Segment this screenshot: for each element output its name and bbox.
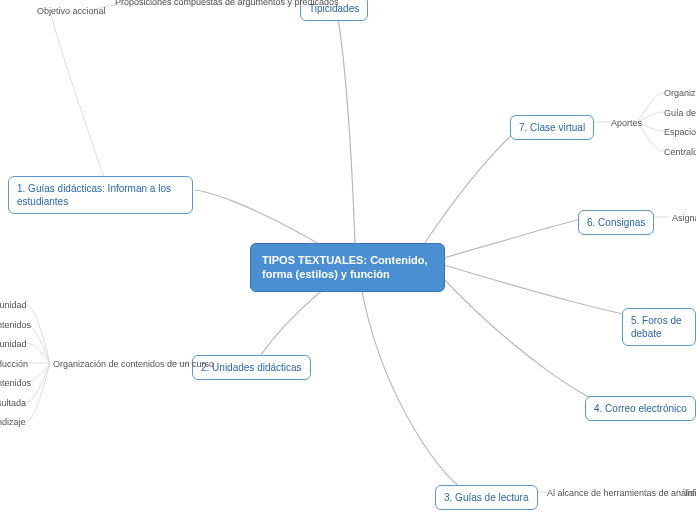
central-topic[interactable]: TIPOS TEXTUALES: Contenido, forma (estil… — [250, 243, 445, 292]
leaf-partial-7[interactable]: endizaje — [0, 417, 26, 427]
leaf-partial-6[interactable]: nsultada — [0, 398, 26, 408]
branch-label: 1. Guías didácticas: Informan a los estu… — [17, 183, 171, 207]
branch-label: 7. Clase virtual — [519, 122, 585, 133]
branch-label: 2. Unidades didácticas — [201, 362, 302, 373]
leaf-partial-5[interactable]: ontenidos — [0, 378, 31, 388]
branch-label: 3. Guías de lectura — [444, 492, 529, 503]
central-label: TIPOS TEXTUALES: Contenido, forma (estil… — [262, 254, 428, 280]
branch-label: 6. Consignas — [587, 217, 645, 228]
branch-guias-didacticas[interactable]: 1. Guías didácticas: Informan a los estu… — [8, 176, 193, 214]
leaf-partial-1[interactable]: a unidad — [0, 300, 27, 310]
branch-foros[interactable]: 5. Foros de debate — [622, 308, 696, 346]
leaf-alcance[interactable]: Al alcance de herramientas de análisis — [547, 488, 696, 498]
leaf-espacio[interactable]: Espacio de — [664, 127, 696, 137]
branch-consignas[interactable]: 6. Consignas — [578, 210, 654, 235]
leaf-aportes[interactable]: Aportes — [611, 118, 642, 128]
leaf-objetivo-accional[interactable]: Objetivo accional — [37, 6, 106, 16]
leaf-partial-4[interactable]: oducción — [0, 359, 28, 369]
branch-label: 5. Foros de debate — [631, 315, 682, 339]
leaf-partial-3[interactable]: a unidad — [0, 339, 27, 349]
leaf-proposiciones[interactable]: Proposiciones compuestas de argumentos y… — [115, 0, 339, 7]
branch-label: 4. Correo electrónico — [594, 403, 687, 414]
leaf-guia-lec[interactable]: Guía de lec — [664, 108, 696, 118]
leaf-organizacion[interactable]: Organización de contenidos de un curso — [53, 359, 214, 369]
branch-correo[interactable]: 4. Correo electrónico — [585, 396, 696, 421]
branch-clase-virtual[interactable]: 7. Clase virtual — [510, 115, 594, 140]
leaf-partial-2[interactable]: ontenidos — [0, 320, 31, 330]
leaf-asignacion[interactable]: Asignacio — [672, 213, 696, 223]
leaf-info[interactable]: Info — [685, 488, 696, 498]
leaf-centraliza[interactable]: Centralizad — [664, 147, 696, 157]
leaf-organizar[interactable]: Organizar t — [664, 88, 696, 98]
branch-guias-lectura[interactable]: 3. Guías de lectura — [435, 485, 538, 510]
